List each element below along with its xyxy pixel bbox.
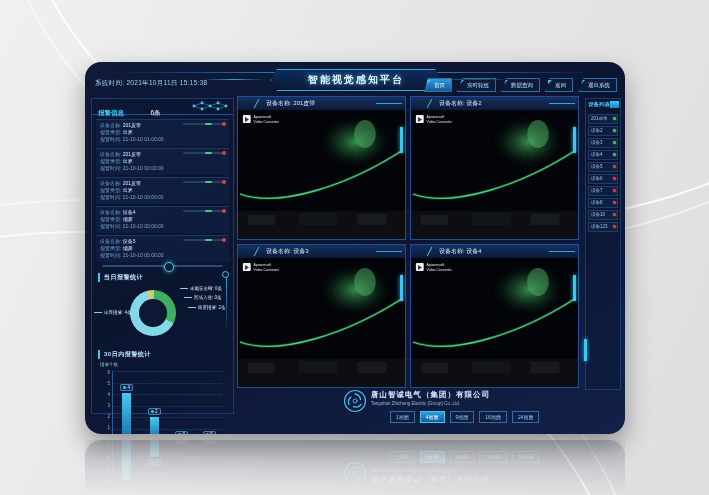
alarm-type: 报警类型: 出界 xyxy=(100,187,225,194)
donut-legend-label: 烟雾报警: 2条 xyxy=(188,305,226,310)
alarm-card[interactable]: 设备名称: 设备5报警类型: 烟雾报警时间: 21-10-10 00:00:00 xyxy=(96,235,229,262)
alarm-type-value: 出界 xyxy=(123,129,133,135)
alarm-time-label: 报警时间: xyxy=(100,165,123,171)
video-frame[interactable]: ApowersoftVideo Converter xyxy=(411,110,578,239)
video-frame[interactable]: ApowersoftVideo Converter xyxy=(238,258,405,387)
device-list-item[interactable]: 设备123 xyxy=(588,222,618,232)
alarm-time-label: 报警时间: xyxy=(100,252,123,258)
alarm-device-label: 设备名称: xyxy=(100,238,123,244)
status-offline-dot xyxy=(613,177,616,180)
alarm-device-value: 201皮带 xyxy=(123,151,141,157)
device-list-item[interactable]: 设备6 xyxy=(588,174,618,184)
system-time: 系统时间: 2021年10月11日 15:15:38 xyxy=(95,79,207,88)
bar xyxy=(150,417,159,434)
device-list-item[interactable]: 201皮带 xyxy=(588,114,618,124)
alarm-list-scrollbar[interactable] xyxy=(102,265,223,267)
panel-accent-bar xyxy=(584,339,587,361)
alarm-time: 报警时间: 21-10-10 01:00:00 xyxy=(100,136,225,143)
alarm-time-value: 21-10-10 00:00:00 xyxy=(123,165,164,171)
alarm-type-value: 烟雾 xyxy=(123,216,133,222)
bar-column: 2 xyxy=(142,408,166,434)
alarm-level-fill xyxy=(205,123,212,125)
status-offline-dot xyxy=(613,225,616,228)
device-name: 设备6 xyxy=(591,176,603,181)
screen-split-button[interactable]: 4画面 xyxy=(420,411,445,423)
alarm-time-value: 21-10-10 00:00:00 xyxy=(123,223,164,229)
alarm-time-label: 报警时间: xyxy=(100,223,123,229)
alarm-type: 报警类型: 烟雾 xyxy=(100,245,225,252)
bar-chart-yticks: 6543210 xyxy=(98,370,110,434)
donut-legend-label: 区域入侵: 0条 xyxy=(184,295,222,300)
video-name-value: 201皮带 xyxy=(293,100,315,106)
device-name: 设备2 xyxy=(591,128,603,133)
alarm-card[interactable]: 设备名称: 设备4报警类型: 烟雾报警时间: 21-10-10 00:00:00 xyxy=(96,206,229,233)
video-frame[interactable]: ApowersoftVideo Converter xyxy=(238,110,405,239)
screen-split-button[interactable]: 16画面 xyxy=(479,411,507,423)
nav-button[interactable]: 返回 xyxy=(545,78,573,92)
video-cell[interactable]: 设备名称: 201皮带ApowersoftVideo Converter xyxy=(237,96,406,240)
nav-button[interactable]: 实时轮巡 xyxy=(457,78,496,92)
video-cell[interactable]: 设备名称: 设备2ApowersoftVideo Converter xyxy=(410,96,579,240)
device-list-title: 设备列表 xyxy=(588,101,610,107)
video-name-label: 设备名称: xyxy=(266,100,293,106)
nav-button[interactable]: 首页 xyxy=(424,78,452,92)
bar-chart-ylabel: 报警个数 xyxy=(100,362,118,367)
video-frame[interactable]: ApowersoftVideo Converter xyxy=(411,258,578,387)
device-list-item[interactable]: 设备2 xyxy=(588,126,618,136)
video-accent-bar xyxy=(400,127,403,153)
company-block: 唐山智诚电气（集团）有限公司 Tangshan Zhicheng Electri… xyxy=(371,390,490,406)
alarm-device-label: 设备名称: xyxy=(100,122,123,128)
status-offline-dot xyxy=(613,165,616,168)
alarm-level-dot xyxy=(222,122,226,126)
alarm-time-value: 21-10-10 00:00:00 xyxy=(123,194,164,200)
device-list-tab[interactable] xyxy=(610,101,619,108)
device-list-header: 设备列表 xyxy=(586,99,620,112)
alarm-time: 报警时间: 21-10-10 00:00:00 xyxy=(100,252,225,259)
video-cell[interactable]: 设备名称: 设备3ApowersoftVideo Converter xyxy=(237,244,406,388)
screen-split-button[interactable]: 9画面 xyxy=(450,411,475,423)
alarm-device-label: 设备名称: xyxy=(100,209,123,215)
alarm-level-dot xyxy=(222,180,226,184)
status-offline-dot xyxy=(613,201,616,204)
nav-button[interactable]: 数据查询 xyxy=(501,78,540,92)
device-list-item[interactable]: 设备5 xyxy=(588,162,618,172)
alarm-type-label: 报警类型: xyxy=(100,245,123,251)
company-logo xyxy=(343,389,367,413)
bar-value-chip: 0 xyxy=(203,431,216,434)
video-name-label: 设备名称: xyxy=(439,248,466,254)
alarm-level-indicator xyxy=(183,181,225,183)
video-cell[interactable]: 设备名称: 设备4ApowersoftVideo Converter xyxy=(410,244,579,388)
alarm-device-value: 设备4 xyxy=(123,209,136,215)
alarm-time-value: 21-10-10 00:00:00 xyxy=(123,252,164,258)
device-list-item[interactable]: 设备4 xyxy=(588,150,618,160)
company-name-cn: 唐山智诚电气（集团）有限公司 xyxy=(371,390,490,400)
nav-button[interactable]: 退出系统 xyxy=(578,78,617,92)
nav-bar: 首页实时轮巡数据查询返回退出系统 xyxy=(424,78,617,92)
device-name: 设备4 xyxy=(591,152,603,157)
alarm-card[interactable]: 设备名称: 201皮带报警类型: 出界报警时间: 21-10-10 01:00:… xyxy=(96,119,229,146)
alarm-time-value: 21-10-10 01:00:00 xyxy=(123,136,164,142)
scrollbar-knob[interactable] xyxy=(164,262,174,272)
device-list-item[interactable]: 设备10 xyxy=(588,210,618,220)
alarm-card[interactable]: 设备名称: 201皮带报警类型: 出界报警时间: 21-10-10 00:00:… xyxy=(96,177,229,204)
screen-split-button[interactable]: 1画面 xyxy=(390,411,415,423)
bar-column: 0 xyxy=(197,431,221,434)
alarm-level-fill xyxy=(205,152,212,154)
alarm-level-fill xyxy=(205,181,212,183)
bar-chart-ytick: 6 xyxy=(98,370,110,375)
alarm-list: 设备名称: 201皮带报警类型: 出界报警时间: 21-10-10 01:00:… xyxy=(92,115,233,262)
alarm-level-dot xyxy=(222,209,226,213)
donut-legend-label: 未戴安全帽: 0条 xyxy=(180,286,222,291)
device-list-item[interactable]: 设备3 xyxy=(588,138,618,148)
alarm-type-value: 烟雾 xyxy=(123,245,133,251)
device-list-item[interactable]: 设备8 xyxy=(588,198,618,208)
status-online-dot xyxy=(613,141,616,144)
alarm-type-label: 报警类型: xyxy=(100,187,123,193)
donut-ring xyxy=(130,290,176,336)
alarm-count-badge: 6条 xyxy=(150,109,160,116)
screen-split-button[interactable]: 24画面 xyxy=(512,411,540,423)
device-list-item[interactable]: 设备7 xyxy=(588,186,618,196)
alarm-type-value: 出界 xyxy=(123,187,133,193)
donut-legend-label: 出界报警: 4条 xyxy=(94,310,132,315)
alarm-card[interactable]: 设备名称: 201皮带报警类型: 出界报警时间: 21-10-10 00:00:… xyxy=(96,148,229,175)
